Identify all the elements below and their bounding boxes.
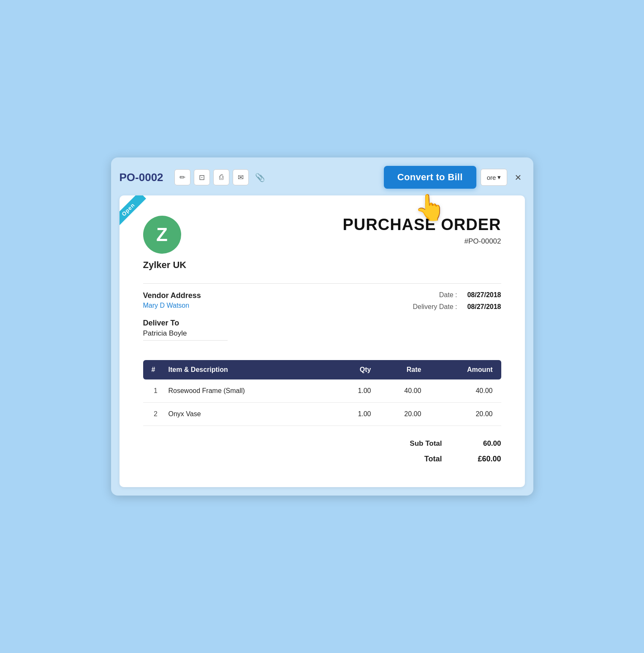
edit-button[interactable]: ✏ bbox=[174, 169, 190, 185]
delivery-date-label: Delivery Date : bbox=[413, 303, 457, 311]
po-id: PO-0002 bbox=[120, 171, 163, 184]
row1-qty: 1.00 bbox=[332, 379, 375, 403]
sub-total-row: Sub Total 60.00 bbox=[143, 436, 501, 451]
more-button[interactable]: ore ▾ bbox=[481, 169, 508, 186]
deliver-to-label: Deliver To bbox=[143, 319, 228, 328]
grand-total-row: Total £60.00 bbox=[143, 451, 501, 467]
doc-title: PURCHASE ORDER bbox=[342, 216, 501, 234]
print-button[interactable]: ⎙ bbox=[213, 169, 229, 185]
vendor-address-label: Vendor Address bbox=[143, 291, 228, 300]
row2-rate: 20.00 bbox=[375, 403, 426, 426]
delivery-date-row: Delivery Date : 08/27/2018 bbox=[413, 303, 501, 311]
convert-btn-wrapper: Convert to Bill 👆 bbox=[384, 166, 476, 189]
doc-right: Date : 08/27/2018 Delivery Date : 08/27/… bbox=[413, 291, 501, 348]
row2-num: 2 bbox=[143, 403, 164, 426]
table-row: 1 Rosewood Frame (Small) 1.00 40.00 40.0… bbox=[143, 379, 501, 403]
sub-total-value: 60.00 bbox=[467, 439, 501, 448]
modal-window: PO-0002 ✏ ⊡ ⎙ ✉ 📎 Convert to Bill 👆 ore … bbox=[111, 157, 533, 496]
row2-description: Onyx Vase bbox=[164, 403, 333, 426]
date-label: Date : bbox=[439, 291, 457, 299]
col-num: # bbox=[143, 360, 164, 379]
col-amount: Amount bbox=[425, 360, 501, 379]
vendor-name: Zylker UK bbox=[143, 260, 187, 271]
ribbon-label: Open bbox=[120, 195, 146, 228]
table-row: 2 Onyx Vase 1.00 20.00 20.00 bbox=[143, 403, 501, 426]
attach-button[interactable]: 📎 bbox=[252, 169, 268, 185]
row1-num: 1 bbox=[143, 379, 164, 403]
titlebar: PO-0002 ✏ ⊡ ⎙ ✉ 📎 Convert to Bill 👆 ore … bbox=[120, 166, 525, 189]
doc-info: Vendor Address Mary D Watson Deliver To … bbox=[143, 291, 501, 348]
date-row: Date : 08/27/2018 bbox=[413, 291, 501, 299]
col-rate: Rate bbox=[375, 360, 426, 379]
purchase-order-document: Open Z Zylker UK PURCHASE ORDER #PO-0000… bbox=[120, 195, 525, 487]
pdf-button[interactable]: ⊡ bbox=[194, 169, 210, 185]
totals-section: Sub Total 60.00 Total £60.00 bbox=[143, 436, 501, 467]
header-divider bbox=[143, 283, 501, 284]
doc-header: Z Zylker UK PURCHASE ORDER #PO-00002 bbox=[143, 216, 501, 271]
toolbar-icons: ✏ ⊡ ⎙ ✉ 📎 bbox=[174, 169, 268, 185]
total-label: Total bbox=[391, 455, 442, 463]
row2-amount: 20.00 bbox=[425, 403, 501, 426]
col-description: Item & Description bbox=[164, 360, 333, 379]
close-button[interactable]: × bbox=[511, 169, 524, 186]
deliver-divider bbox=[143, 340, 228, 341]
items-table: # Item & Description Qty Rate Amount 1 R… bbox=[143, 360, 501, 426]
date-value: 08/27/2018 bbox=[467, 291, 501, 299]
row1-amount: 40.00 bbox=[425, 379, 501, 403]
vendor-address-person[interactable]: Mary D Watson bbox=[143, 302, 190, 309]
row1-description: Rosewood Frame (Small) bbox=[164, 379, 333, 403]
chevron-down-icon: ▾ bbox=[497, 173, 501, 181]
doc-number: #PO-00002 bbox=[342, 237, 501, 246]
deliver-to-section: Deliver To Patricia Boyle bbox=[143, 319, 228, 341]
deliver-to-name: Patricia Boyle bbox=[143, 329, 228, 338]
row2-qty: 1.00 bbox=[332, 403, 375, 426]
status-ribbon: Open bbox=[120, 195, 162, 238]
table-body: 1 Rosewood Frame (Small) 1.00 40.00 40.0… bbox=[143, 379, 501, 426]
col-qty: Qty bbox=[332, 360, 375, 379]
convert-to-bill-button[interactable]: Convert to Bill bbox=[384, 166, 476, 189]
delivery-date-value: 08/27/2018 bbox=[467, 303, 501, 311]
doc-left: Vendor Address Mary D Watson Deliver To … bbox=[143, 291, 228, 348]
sub-total-label: Sub Total bbox=[391, 439, 442, 448]
table-header: # Item & Description Qty Rate Amount bbox=[143, 360, 501, 379]
row1-rate: 40.00 bbox=[375, 379, 426, 403]
email-button[interactable]: ✉ bbox=[233, 169, 249, 185]
total-value: £60.00 bbox=[467, 455, 501, 463]
doc-title-block: PURCHASE ORDER #PO-00002 bbox=[342, 216, 501, 246]
